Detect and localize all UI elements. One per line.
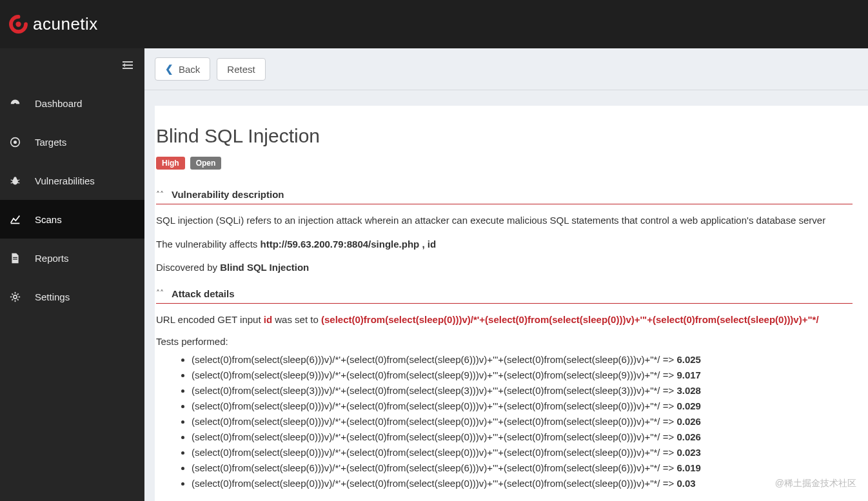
test-item: (select(0)from(select(sleep(0)))v)/*'+(s…	[192, 414, 853, 429]
svg-point-0	[15, 21, 21, 26]
test-item: (select(0)from(select(sleep(6)))v)/*'+(s…	[192, 352, 853, 368]
svg-rect-14	[10, 222, 19, 224]
test-payload: (select(0)from(select(sleep(6)))v)/*'+(s…	[192, 354, 676, 365]
svg-point-17	[13, 295, 16, 298]
svg-point-13	[14, 177, 16, 179]
test-payload: (select(0)from(select(sleep(0)))v)/*'+(s…	[192, 416, 676, 427]
test-result: 6.019	[676, 462, 701, 473]
svg-line-10	[17, 179, 19, 181]
sidebar-item-label: Dashboard	[35, 98, 82, 109]
test-payload: (select(0)from(select(sleep(0)))v)/*'+(s…	[192, 478, 676, 489]
chart-icon	[9, 214, 21, 225]
attack-input-line: URL encoded GET input id was set to (sel…	[156, 313, 853, 328]
affects-line: The vulnerability affects http://59.63.2…	[156, 237, 853, 252]
bug-icon	[9, 175, 21, 186]
test-result: 0.026	[676, 431, 701, 442]
svg-line-25	[12, 299, 13, 300]
svg-line-9	[10, 179, 12, 181]
svg-point-5	[14, 103, 15, 104]
description-text: SQL injection (SQLi) refers to an inject…	[156, 213, 853, 228]
attack-payload: (select(0)from(select(sleep(0)))v)/*'+(s…	[321, 314, 819, 325]
sidebar-item-label: Settings	[35, 291, 70, 302]
status-badge: Open	[190, 157, 222, 170]
svg-line-22	[12, 293, 13, 295]
sidebar-item-scans[interactable]: Scans	[0, 200, 144, 239]
discovered-by-value: Blind SQL Injection	[220, 262, 309, 273]
back-button[interactable]: ❮ Back	[155, 57, 210, 81]
svg-line-12	[17, 182, 19, 183]
severity-badge: High	[156, 157, 185, 170]
test-item: (select(0)from(select(sleep(9)))v)/*'+(s…	[192, 368, 853, 383]
svg-line-24	[17, 293, 18, 295]
sidebar-item-label: Vulnerabilities	[35, 175, 95, 186]
sidebar-toggle[interactable]	[0, 48, 144, 84]
sidebar-item-reports[interactable]: Reports	[0, 239, 144, 277]
svg-rect-1	[123, 61, 133, 63]
svg-rect-16	[13, 259, 17, 259]
sidebar-item-dashboard[interactable]: Dashboard	[0, 84, 144, 123]
svg-line-11	[10, 182, 12, 183]
test-item: (select(0)from(select(sleep(0)))v)/*'+(s…	[192, 445, 853, 460]
tests-list: (select(0)from(select(sleep(6)))v)/*'+(s…	[156, 352, 853, 491]
test-payload: (select(0)from(select(sleep(0)))v)/*'+(s…	[192, 447, 676, 458]
test-payload: (select(0)from(select(sleep(0)))v)/*'+(s…	[192, 431, 676, 442]
test-result: 3.028	[676, 385, 701, 396]
sidebar: Dashboard Targets Vulnerabilities Scans …	[0, 48, 144, 501]
affects-value: http://59.63.200.79:8804/single.php , id	[260, 239, 436, 250]
sidebar-item-targets[interactable]: Targets	[0, 123, 144, 161]
menu-collapse-icon	[123, 61, 133, 72]
test-item: (select(0)from(select(sleep(3)))v)/*'+(s…	[192, 383, 853, 398]
main-area: ❮ Back Retest Blind SQL Injection High O…	[144, 48, 868, 501]
test-payload: (select(0)from(select(sleep(3)))v)/*'+(s…	[192, 385, 676, 396]
app-header: acunetix	[0, 0, 868, 48]
back-button-label: Back	[179, 64, 200, 75]
svg-rect-3	[123, 68, 133, 69]
content-panel: Blind SQL Injection High Open ˄˄ Vulnera…	[155, 106, 868, 501]
retest-button-label: Retest	[227, 64, 255, 75]
section-heading: Vulnerability description	[172, 189, 284, 200]
tests-performed-label: Tests performed:	[156, 336, 853, 347]
vulnerability-title: Blind SQL Injection	[156, 125, 853, 147]
test-result: 9.017	[676, 369, 701, 380]
svg-point-7	[13, 140, 16, 143]
test-result: 0.023	[676, 447, 701, 458]
test-item: (select(0)from(select(sleep(0)))v)/*'+(s…	[192, 398, 853, 414]
chevron-left-icon: ❮	[165, 63, 173, 75]
test-item: (select(0)from(select(sleep(0)))v)/*'+(s…	[192, 476, 853, 491]
sidebar-item-settings[interactable]: Settings	[0, 277, 144, 316]
brand-name: acunetix	[33, 14, 98, 34]
attack-input-name: id	[264, 314, 272, 325]
brand-logo[interactable]: acunetix	[8, 14, 98, 35]
test-result: 0.03	[676, 478, 695, 489]
test-result: 0.029	[676, 400, 701, 411]
svg-marker-4	[123, 63, 125, 67]
retest-button[interactable]: Retest	[217, 58, 265, 81]
toolbar: ❮ Back Retest	[144, 48, 868, 90]
section-heading: Attack details	[172, 288, 235, 299]
test-item: (select(0)from(select(sleep(6)))v)/*'+(s…	[192, 460, 853, 476]
collapse-icon: ˄˄	[156, 289, 164, 298]
sidebar-item-vulnerabilities[interactable]: Vulnerabilities	[0, 161, 144, 200]
sidebar-item-label: Targets	[35, 137, 66, 148]
dashboard-icon	[9, 98, 21, 109]
sidebar-item-label: Reports	[35, 253, 69, 264]
test-payload: (select(0)from(select(sleep(6)))v)/*'+(s…	[192, 462, 676, 473]
brand-logo-icon	[8, 14, 29, 35]
sidebar-item-label: Scans	[35, 214, 62, 225]
svg-line-23	[17, 299, 18, 300]
test-result: 0.026	[676, 416, 701, 427]
collapse-icon: ˄˄	[156, 190, 164, 199]
gear-icon	[9, 291, 21, 302]
svg-rect-15	[13, 257, 17, 257]
test-payload: (select(0)from(select(sleep(9)))v)/*'+(s…	[192, 369, 676, 380]
document-icon	[9, 253, 21, 264]
test-result: 6.025	[676, 354, 701, 365]
test-item: (select(0)from(select(sleep(0)))v)/*'+(s…	[192, 429, 853, 445]
test-payload: (select(0)from(select(sleep(0)))v)/*'+(s…	[192, 400, 676, 411]
section-header-description[interactable]: ˄˄ Vulnerability description	[156, 185, 853, 204]
discovered-line: Discovered by Blind SQL Injection	[156, 260, 853, 275]
target-icon	[9, 137, 21, 148]
section-header-attack[interactable]: ˄˄ Attack details	[156, 284, 853, 304]
